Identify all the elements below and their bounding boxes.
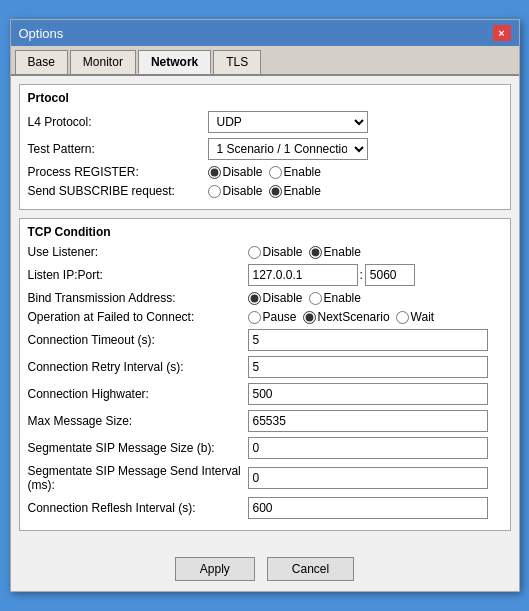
max-msg-input[interactable]: [248, 410, 488, 432]
conn-refresh-input[interactable]: [248, 497, 488, 519]
tab-network[interactable]: Network: [138, 50, 211, 74]
use-listener-disable-radio[interactable]: [248, 246, 261, 259]
op-failed-radio-group: Pause NextScenario Wait: [248, 310, 435, 324]
process-register-disable-text: Disable: [223, 165, 263, 179]
options-window: Options × Base Monitor Network TLS Prtoc…: [10, 19, 520, 592]
use-listener-disable-text: Disable: [263, 245, 303, 259]
apply-button[interactable]: Apply: [175, 557, 255, 581]
conn-timeout-input[interactable]: [248, 329, 488, 351]
conn-retry-row: Connection Retry Interval (s):: [28, 356, 502, 378]
tab-base[interactable]: Base: [15, 50, 68, 74]
seg-sip-msg-row: Segmentate SIP Message Size (b):: [28, 437, 502, 459]
test-pattern-row: Test Pattern: 1 Scenario / 1 Connection …: [28, 138, 502, 160]
conn-retry-label: Connection Retry Interval (s):: [28, 360, 248, 374]
l4-protocol-label: L4 Protocol:: [28, 115, 208, 129]
process-register-label: Process REGISTER:: [28, 165, 208, 179]
op-failed-next-label[interactable]: NextScenario: [303, 310, 390, 324]
close-button[interactable]: ×: [493, 25, 511, 41]
l4-protocol-select[interactable]: UDP TCP TLS: [208, 111, 368, 133]
protocol-title: Prtocol: [28, 91, 502, 105]
conn-retry-input[interactable]: [248, 356, 488, 378]
port-colon: :: [360, 268, 363, 282]
send-subscribe-radio-group: Disable Enable: [208, 184, 321, 198]
process-register-enable-label[interactable]: Enable: [269, 165, 321, 179]
bind-trans-enable-label[interactable]: Enable: [309, 291, 361, 305]
use-listener-disable-label[interactable]: Disable: [248, 245, 303, 259]
conn-timeout-label: Connection Timeout (s):: [28, 333, 248, 347]
send-subscribe-row: Send SUBSCRIBE request: Disable Enable: [28, 184, 502, 198]
process-register-enable-radio[interactable]: [269, 166, 282, 179]
bind-trans-disable-radio[interactable]: [248, 292, 261, 305]
send-subscribe-label: Send SUBSCRIBE request:: [28, 184, 208, 198]
protocol-group: Prtocol L4 Protocol: UDP TCP TLS Test Pa…: [19, 84, 511, 210]
use-listener-enable-radio[interactable]: [309, 246, 322, 259]
max-msg-label: Max Message Size:: [28, 414, 248, 428]
conn-highwater-label: Connection Highwater:: [28, 387, 248, 401]
listen-port-input[interactable]: 5060: [365, 264, 415, 286]
op-failed-next-radio[interactable]: [303, 311, 316, 324]
tcp-title: TCP Condition: [28, 225, 502, 239]
listen-ip-row: Listen IP:Port: 127.0.0.1 : 5060: [28, 264, 502, 286]
seg-sip-msg-input[interactable]: [248, 437, 488, 459]
op-failed-wait-radio[interactable]: [396, 311, 409, 324]
test-pattern-select[interactable]: 1 Scenario / 1 Connection 1 Scenario / M…: [208, 138, 368, 160]
conn-highwater-input[interactable]: [248, 383, 488, 405]
bind-trans-row: Bind Transmission Address: Disable Enabl…: [28, 291, 502, 305]
bind-trans-enable-text: Enable: [324, 291, 361, 305]
tab-bar: Base Monitor Network TLS: [11, 46, 519, 76]
op-failed-pause-label[interactable]: Pause: [248, 310, 297, 324]
op-failed-pause-radio[interactable]: [248, 311, 261, 324]
seg-sip-interval-input[interactable]: [248, 467, 488, 489]
bind-trans-radio-group: Disable Enable: [248, 291, 361, 305]
send-subscribe-disable-text: Disable: [223, 184, 263, 198]
seg-sip-interval-row: Segmentate SIP Message Send Interval (ms…: [28, 464, 502, 492]
title-bar: Options ×: [11, 20, 519, 46]
listen-ip-input[interactable]: 127.0.0.1: [248, 264, 358, 286]
send-subscribe-enable-radio[interactable]: [269, 185, 282, 198]
op-failed-wait-label[interactable]: Wait: [396, 310, 435, 324]
process-register-disable-label[interactable]: Disable: [208, 165, 263, 179]
bind-trans-enable-radio[interactable]: [309, 292, 322, 305]
max-msg-row: Max Message Size:: [28, 410, 502, 432]
send-subscribe-enable-text: Enable: [284, 184, 321, 198]
listen-ip-label: Listen IP:Port:: [28, 268, 248, 282]
conn-highwater-row: Connection Highwater:: [28, 383, 502, 405]
conn-refresh-row: Connection Reflesh Interval (s):: [28, 497, 502, 519]
use-listener-label: Use Listener:: [28, 245, 248, 259]
op-failed-row: Operation at Failed to Connect: Pause Ne…: [28, 310, 502, 324]
process-register-disable-radio[interactable]: [208, 166, 221, 179]
send-subscribe-enable-label[interactable]: Enable: [269, 184, 321, 198]
seg-sip-interval-label: Segmentate SIP Message Send Interval (ms…: [28, 464, 248, 492]
bind-trans-disable-text: Disable: [263, 291, 303, 305]
conn-timeout-row: Connection Timeout (s):: [28, 329, 502, 351]
op-failed-label: Operation at Failed to Connect:: [28, 310, 248, 324]
tab-monitor[interactable]: Monitor: [70, 50, 136, 74]
use-listener-enable-label[interactable]: Enable: [309, 245, 361, 259]
use-listener-radio-group: Disable Enable: [248, 245, 361, 259]
send-subscribe-disable-label[interactable]: Disable: [208, 184, 263, 198]
window-title: Options: [19, 26, 64, 41]
conn-refresh-label: Connection Reflesh Interval (s):: [28, 501, 248, 515]
bind-trans-disable-label[interactable]: Disable: [248, 291, 303, 305]
use-listener-enable-text: Enable: [324, 245, 361, 259]
op-failed-next-text: NextScenario: [318, 310, 390, 324]
tcp-group: TCP Condition Use Listener: Disable Enab…: [19, 218, 511, 531]
bind-trans-label: Bind Transmission Address:: [28, 291, 248, 305]
send-subscribe-disable-radio[interactable]: [208, 185, 221, 198]
process-register-row: Process REGISTER: Disable Enable: [28, 165, 502, 179]
cancel-button[interactable]: Cancel: [267, 557, 354, 581]
process-register-enable-text: Enable: [284, 165, 321, 179]
l4-protocol-row: L4 Protocol: UDP TCP TLS: [28, 111, 502, 133]
main-content: Prtocol L4 Protocol: UDP TCP TLS Test Pa…: [11, 76, 519, 547]
op-failed-wait-text: Wait: [411, 310, 435, 324]
use-listener-row: Use Listener: Disable Enable: [28, 245, 502, 259]
op-failed-pause-text: Pause: [263, 310, 297, 324]
process-register-radio-group: Disable Enable: [208, 165, 321, 179]
test-pattern-label: Test Pattern:: [28, 142, 208, 156]
bottom-bar: Apply Cancel: [11, 547, 519, 591]
tab-tls[interactable]: TLS: [213, 50, 261, 74]
seg-sip-msg-label: Segmentate SIP Message Size (b):: [28, 441, 248, 455]
